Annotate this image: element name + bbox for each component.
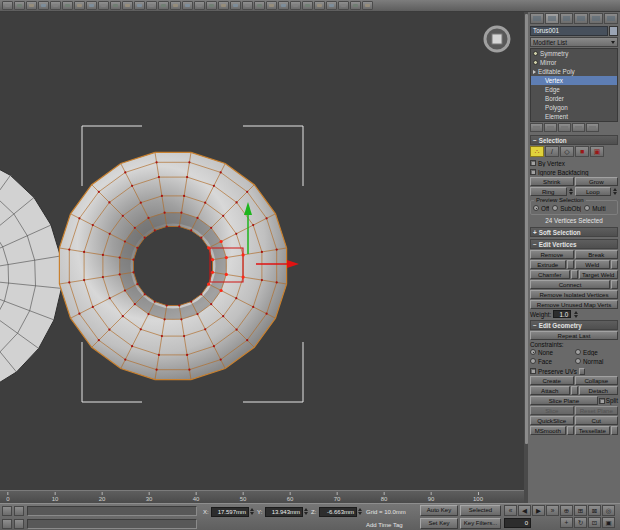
expand-arrow-icon[interactable] [533, 70, 536, 74]
chamfer-settings-button[interactable] [571, 270, 578, 279]
gizmo-x-arrowhead[interactable] [287, 260, 299, 268]
adaptive-degradation-button[interactable]: ▣ [602, 517, 615, 528]
select-by-name-icon[interactable] [74, 1, 85, 10]
select-and-manipulate-icon[interactable] [170, 1, 181, 10]
stack-item-symmetry[interactable]: Symmetry [531, 49, 617, 58]
extrude-button[interactable]: Extrude [530, 260, 566, 269]
preserve-uvs-settings-button[interactable] [579, 368, 585, 375]
rollout-edit-vertices[interactable]: − Edit Vertices [530, 239, 618, 249]
polygon-mode-icon[interactable]: ■ [575, 146, 589, 157]
ignore-backfacing-checkbox[interactable]: Ignore Backfacing [530, 168, 618, 176]
constraint-none-radio[interactable]: None [530, 348, 573, 356]
create-tab[interactable] [530, 13, 544, 24]
render-setup-icon[interactable] [338, 1, 349, 10]
stack-item-vertex[interactable]: Vertex [531, 76, 617, 85]
repeat-last-button[interactable]: Repeat Last [530, 331, 618, 340]
display-tab[interactable] [589, 13, 603, 24]
attach-button[interactable]: Attach [530, 386, 570, 395]
msmooth-button[interactable]: MSmooth [530, 426, 566, 435]
isolate-selection-icon[interactable] [2, 519, 12, 529]
align-icon[interactable] [266, 1, 277, 10]
make-unique-icon[interactable] [558, 123, 571, 132]
percent-snap-icon[interactable] [218, 1, 229, 10]
preview-subobj-radio[interactable]: SubObj [552, 204, 581, 212]
go-to-start-button[interactable]: « [504, 505, 517, 516]
rollout-soft-selection[interactable]: + Soft Selection [530, 227, 618, 237]
steering-wheel-icon[interactable] [485, 27, 509, 51]
unlink-selection-icon[interactable] [38, 1, 49, 10]
remove-button[interactable]: Remove [530, 250, 574, 259]
background-torus[interactable] [0, 153, 61, 400]
field-of-view-button[interactable]: ◎ [602, 505, 615, 516]
hierarchy-tab[interactable] [560, 13, 574, 24]
timeline-ruler[interactable]: 0 10 20 30 40 50 60 70 80 90 100 [0, 490, 524, 503]
border-mode-icon[interactable]: ◇ [560, 146, 574, 157]
select-link-icon[interactable] [26, 1, 37, 10]
play-button[interactable]: ▶ [532, 505, 545, 516]
x-spinner[interactable] [250, 508, 254, 515]
selection-region-icon[interactable] [86, 1, 97, 10]
remove-isolated-vertices-button[interactable]: Remove Isolated Vertices [530, 290, 618, 299]
schematic-view-icon[interactable] [314, 1, 325, 10]
edit-named-selection-sets-icon[interactable] [242, 1, 253, 10]
selected-torus[interactable] [59, 152, 286, 379]
cut-button[interactable]: Cut [575, 416, 619, 425]
collapse-button[interactable]: Collapse [575, 376, 619, 385]
auto-key-button[interactable]: Auto Key [420, 505, 458, 516]
slice-plane-button[interactable]: Slice Plane [530, 396, 598, 405]
extrude-settings-button[interactable] [567, 260, 574, 269]
loop-spinner[interactable] [612, 188, 618, 195]
ring-spinner[interactable] [568, 188, 574, 195]
stack-item-mirror[interactable]: Mirror [531, 58, 617, 67]
modifier-enable-bulb-icon[interactable] [533, 51, 538, 56]
maxscript-mini-listener-icon[interactable] [2, 506, 12, 516]
weight-spinner[interactable] [573, 311, 579, 318]
rollout-selection[interactable]: − Selection [530, 135, 618, 145]
connect-settings-button[interactable] [611, 280, 618, 289]
connect-button[interactable]: Connect [530, 280, 610, 289]
mirror-icon[interactable] [254, 1, 265, 10]
quick-render-icon[interactable] [362, 1, 373, 10]
pan-button[interactable]: + [560, 517, 573, 528]
go-to-end-button[interactable]: » [546, 505, 559, 516]
curve-editor-icon[interactable] [302, 1, 313, 10]
constraint-face-radio[interactable]: Face [530, 357, 573, 365]
motion-tab[interactable] [574, 13, 588, 24]
orbit-button[interactable]: ↻ [574, 517, 587, 528]
vertex-mode-icon[interactable]: ∴ [530, 146, 544, 157]
stack-item-edge[interactable]: Edge [531, 85, 617, 94]
y-coordinate-field[interactable]: 13.943mm [265, 507, 303, 517]
y-spinner[interactable] [304, 508, 308, 515]
constraint-edge-radio[interactable]: Edge [575, 348, 618, 356]
snaps-toggle-icon[interactable] [194, 1, 205, 10]
remove-modifier-icon[interactable] [572, 123, 585, 132]
object-name-field[interactable]: Torus001 [530, 26, 608, 36]
zoom-extents-button[interactable]: ⊠ [588, 505, 601, 516]
stack-item-polygon[interactable]: Polygon [531, 103, 617, 112]
redo-icon[interactable] [14, 1, 25, 10]
maximize-viewport-button[interactable]: ⊡ [588, 517, 601, 528]
current-frame-field[interactable]: 0 [504, 518, 531, 528]
material-editor-icon[interactable] [326, 1, 337, 10]
spinner-snap-icon[interactable] [230, 1, 241, 10]
preserve-uvs-checkbox[interactable]: Preserve UVs [530, 367, 618, 375]
z-spinner[interactable] [358, 508, 362, 515]
create-button[interactable]: Create [530, 376, 574, 385]
x-coordinate-field[interactable]: 17.597mm [211, 507, 249, 517]
undo-icon[interactable] [2, 1, 13, 10]
utilities-tab[interactable] [604, 13, 618, 24]
detach-button[interactable]: Detach [579, 386, 619, 395]
quickslice-button[interactable]: QuickSlice [530, 416, 574, 425]
select-and-rotate-icon[interactable] [122, 1, 133, 10]
tessellate-settings-button[interactable] [611, 426, 618, 435]
element-mode-icon[interactable]: ▣ [590, 146, 604, 157]
tessellate-button[interactable]: Tessellate [575, 426, 611, 435]
loop-button[interactable]: Loop [575, 187, 612, 196]
split-checkbox[interactable] [599, 398, 605, 404]
chamfer-button[interactable]: Chamfer [530, 270, 570, 279]
use-pivot-point-icon[interactable] [158, 1, 169, 10]
target-weld-button[interactable]: Target Weld [579, 270, 619, 279]
select-object-icon[interactable] [62, 1, 73, 10]
keyboard-shortcut-override-icon[interactable] [182, 1, 193, 10]
viewport[interactable] [0, 12, 524, 490]
